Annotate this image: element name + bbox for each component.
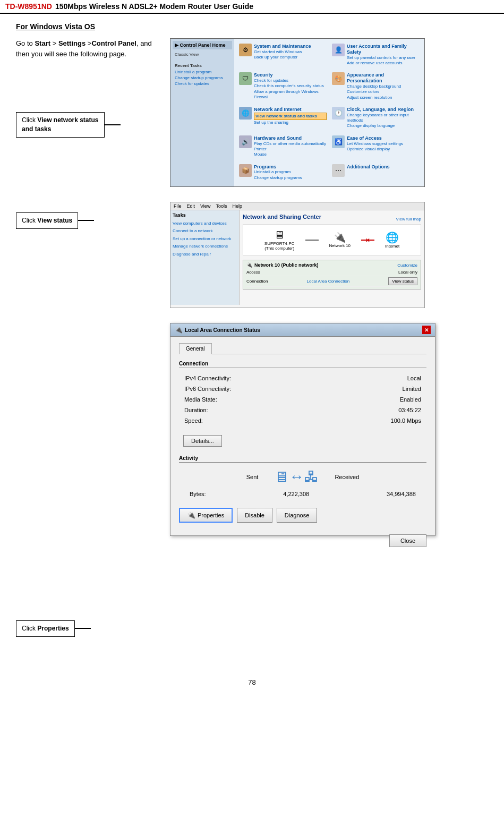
- cp-security-link3[interactable]: Allow a program through Windows Firewall: [254, 89, 327, 100]
- nsc-tasks-title: Tasks: [173, 212, 237, 218]
- cp-hardware-title: Hardware and Sound: [254, 135, 327, 141]
- cp-appearance-link3[interactable]: Adjust screen resolution: [347, 95, 420, 100]
- cp-system-text: System and Maintenance Get started with …: [254, 44, 327, 61]
- callout2-arrow: [78, 220, 94, 221]
- cp-appearance-link2[interactable]: Customize colors: [347, 89, 420, 95]
- cp-user-text: User Accounts and Family Safety Set up p…: [347, 44, 420, 66]
- lac-dialog-icon: 🔌: [175, 326, 183, 334]
- cp-panel-title: ▶ Control Panel Home: [173, 41, 232, 49]
- nsc-link-manage[interactable]: Manage network connections: [173, 243, 237, 250]
- cp-security-link1[interactable]: Check for updates: [254, 78, 327, 83]
- cp-user-title: User Accounts and Family Safety: [347, 44, 420, 55]
- lac-btn-row: 🔌 Properties Disable Diagnose: [179, 504, 426, 523]
- lac-properties-button[interactable]: 🔌 Properties: [179, 508, 233, 523]
- page-header: TD-W8951ND 150Mbps Wireless N ADSL2+ Mod…: [0, 0, 504, 14]
- cp-recent-tasks: Recent Tasks Uninstall a program Change …: [173, 62, 232, 87]
- cp-classic-view: Classic View: [173, 51, 232, 58]
- cp-startup-link[interactable]: Change startup programs: [173, 75, 232, 81]
- nsc-map-line2: ✕: [361, 240, 374, 241]
- step1-row: Go to Start > Settings >Control Panel, a…: [16, 38, 488, 187]
- lac-bytes-label: Bytes:: [190, 491, 206, 497]
- lac-sent-col: Sent: [246, 474, 259, 480]
- nsc-link-computers[interactable]: View computers and devices: [173, 220, 237, 227]
- lac-field-value: 100.0 Mbps: [277, 416, 425, 425]
- lac-field-label: Duration:: [180, 405, 276, 415]
- cp-ease-link1[interactable]: Let Windows suggest settings: [347, 141, 420, 147]
- cp-network-text: Network and Internet View network status…: [254, 107, 327, 126]
- lac-connection-table: IPv4 Connectivity: Local IPv6 Connectivi…: [179, 372, 426, 427]
- lac-properties-label: Properties: [198, 512, 224, 518]
- lac-titlebar: 🔌 Local Area Connection Status ✕: [170, 323, 435, 337]
- menu-file[interactable]: File: [174, 203, 182, 209]
- cp-appearance-item: 🎨 Appearance and Personalization Change …: [330, 71, 421, 103]
- cp-user-link1[interactable]: Set up parental controls for any user: [347, 55, 420, 61]
- cp-appearance-link1[interactable]: Change desktop background: [347, 84, 420, 89]
- lac-close-titlebar-btn[interactable]: ✕: [422, 326, 431, 334]
- cp-system-link2[interactable]: Back up your computer: [254, 55, 327, 60]
- nsc-map-line1: [305, 240, 319, 241]
- cp-hardware-link1[interactable]: Play CDs or other media automatically: [254, 141, 327, 147]
- menu-edit[interactable]: Edit: [187, 203, 195, 209]
- lac-close-button[interactable]: Close: [389, 534, 426, 547]
- lac-disable-label: Disable: [245, 512, 264, 518]
- lac-bytes-received: 34,994,388: [387, 491, 416, 497]
- cp-system-link1[interactable]: Get started with Windows: [254, 49, 327, 55]
- lac-tab-general[interactable]: General: [179, 343, 212, 354]
- nsc-map-computer: 🖥 SUPPORT4-PC (This computer): [264, 229, 295, 251]
- lac-activity-label: Activity: [179, 455, 426, 463]
- callout3-arrow: [75, 628, 91, 629]
- cp-clock-icon: 🕐: [332, 107, 345, 120]
- cp-network-link2[interactable]: Set up the sharing: [254, 120, 327, 125]
- nsc-customize[interactable]: Customize: [397, 263, 417, 268]
- cp-useraccount-item: 👤 User Accounts and Family Safety Set up…: [330, 42, 421, 69]
- nsc-link-setup[interactable]: Set up a connection or network: [173, 235, 237, 243]
- cp-ease-item: ♿ Ease of Access Let Windows suggest set…: [330, 134, 421, 160]
- table-row: IPv6 Connectivity: Limited: [180, 384, 425, 394]
- cp-hardware-link2[interactable]: Printer: [254, 147, 327, 152]
- step1-intro: Go to Start > Settings >Control Panel, a…: [16, 38, 165, 59]
- lac-details-button[interactable]: Details...: [183, 435, 222, 447]
- step1-left: Go to Start > Settings >Control Panel, a…: [16, 38, 170, 138]
- lac-received-col: Received: [335, 474, 359, 480]
- cp-programs-link1[interactable]: Uninstall a program: [254, 169, 327, 175]
- cp-appearance-title: Appearance and Personalization: [347, 72, 420, 84]
- menu-tools[interactable]: Tools: [216, 203, 227, 209]
- lac-field-value: Enabled: [277, 395, 425, 404]
- nsc-link-connect[interactable]: Connect to a network: [173, 227, 237, 235]
- cp-ease-link2[interactable]: Optimize visual display: [347, 147, 420, 152]
- menu-view[interactable]: View: [200, 203, 210, 209]
- nsc-title: Network and Sharing Center: [243, 214, 321, 220]
- lac-diagnose-button[interactable]: Diagnose: [277, 508, 317, 523]
- cp-network-link1[interactable]: View network status and tasks: [254, 113, 327, 120]
- cp-system-title: System and Maintenance: [254, 44, 327, 49]
- table-row: Media State: Enabled: [180, 395, 425, 404]
- page-title: 150Mbps Wireless N ADSL2+ Modem Router U…: [55, 2, 253, 11]
- lac-sent-label: Sent: [246, 474, 259, 480]
- nsc-view-full-map[interactable]: View full map: [396, 217, 421, 221]
- lac-connection-label: Connection: [179, 361, 426, 368]
- lac-field-label: IPv4 Connectivity:: [180, 373, 276, 383]
- view-status-button[interactable]: View status: [388, 277, 417, 285]
- callout2-box: Click View status: [16, 212, 78, 229]
- step1-right: ▶ Control Panel Home Classic View Recent…: [170, 38, 488, 187]
- nsc-link-diagnose[interactable]: Diagnose and repair: [173, 251, 237, 258]
- cp-additional-text: Additional Options: [347, 164, 420, 170]
- lac-tab-bar: General: [179, 343, 426, 354]
- step2-right: File Edit View Tools Help Tasks View com…: [170, 202, 488, 308]
- cp-clock-link1[interactable]: Change keyboards or other input methods: [347, 113, 420, 124]
- cp-hardware-link3[interactable]: Mouse: [254, 152, 327, 157]
- control-panel-screenshot: ▶ Control Panel Home Classic View Recent…: [170, 38, 425, 187]
- cp-updates-link[interactable]: Check for updates: [173, 81, 232, 87]
- cp-security-link2[interactable]: Check this computer's security status: [254, 83, 327, 89]
- nsc-network-info: 🔌 Network 10 (Public network) Customize …: [243, 260, 421, 289]
- cp-user-link2[interactable]: Add or remove user accounts: [347, 61, 420, 66]
- lac-disable-button[interactable]: Disable: [237, 508, 272, 523]
- callout3-box: Click Properties: [16, 620, 75, 637]
- step2-row: Click View status File Edit View Tools H…: [16, 202, 488, 308]
- lac-body: General Connection IPv4 Connectivity: Lo…: [170, 337, 435, 535]
- step2-left: Click View status: [16, 202, 170, 229]
- cp-clock-link2[interactable]: Change display language: [347, 123, 420, 129]
- cp-programs-link2[interactable]: Change startup programs: [254, 175, 327, 181]
- cp-uninstall-link[interactable]: Uninstall a program: [173, 69, 232, 75]
- menu-help[interactable]: Help: [232, 203, 242, 209]
